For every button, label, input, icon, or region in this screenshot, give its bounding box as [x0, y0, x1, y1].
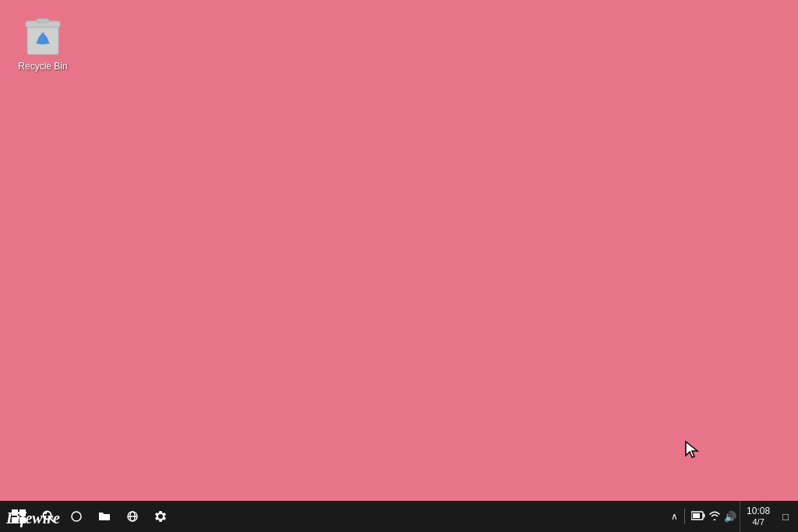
tray-separator [684, 509, 685, 524]
svg-rect-15 [693, 513, 700, 518]
show-hidden-icons-button[interactable]: ∧ [671, 511, 678, 522]
mouse-cursor [684, 440, 700, 459]
wifi-icon[interactable] [708, 510, 721, 523]
clock-time: 10:08 [747, 506, 770, 516]
file-explorer-button[interactable] [90, 502, 118, 530]
svg-rect-16 [704, 513, 705, 517]
battery-icon[interactable] [691, 510, 705, 523]
recycle-bin-icon[interactable]: Recycle Bin [12, 11, 74, 75]
notification-icon[interactable]: □ [779, 511, 792, 523]
taskbar: Lifewire [0, 501, 798, 532]
system-clock[interactable]: 10:08 4/7 [740, 501, 776, 532]
svg-point-10 [72, 512, 81, 521]
task-view-button[interactable] [62, 502, 90, 530]
settings-button[interactable] [147, 502, 175, 530]
desktop: Recycle Bin [0, 0, 798, 501]
svg-rect-2 [37, 19, 49, 23]
recycle-bin-label: Recycle Bin [18, 61, 67, 72]
taskbar-right: ∧ 🔊 10:08 4/7 □ [671, 501, 798, 532]
clock-date: 4/7 [752, 517, 764, 527]
svg-marker-3 [686, 442, 697, 457]
volume-icon[interactable]: 🔊 [724, 511, 736, 523]
edge-button[interactable] [118, 502, 147, 530]
lifewire-logo: Lifewire [6, 509, 60, 527]
